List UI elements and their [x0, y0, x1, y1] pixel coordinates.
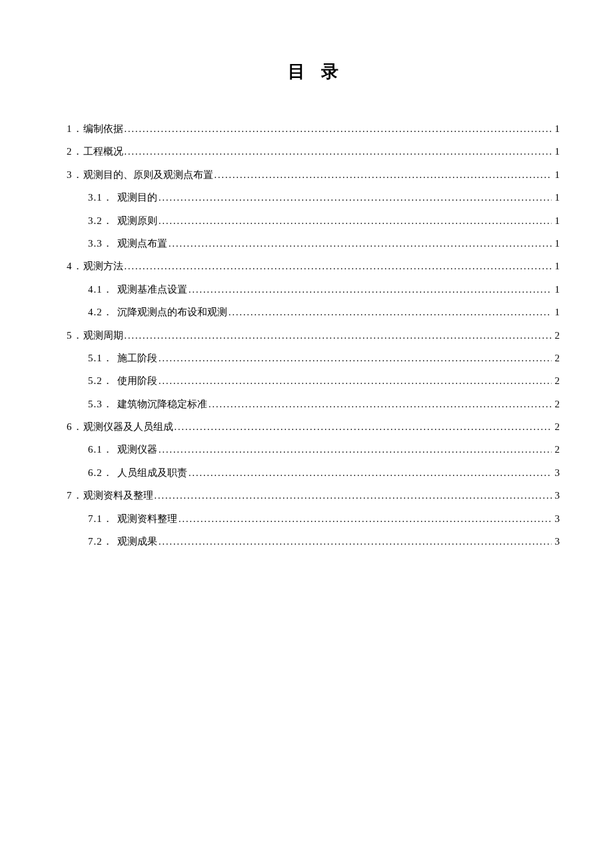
- toc-label: 施工阶段: [117, 350, 157, 366]
- toc-label: 沉降观测点的布设和观测: [117, 304, 227, 320]
- toc-row: 5.3． 建筑物沉降稳定标准 2: [67, 396, 560, 412]
- toc-page: 1: [553, 213, 560, 229]
- toc-page: 2: [553, 441, 560, 457]
- toc-label: 观测目的: [117, 189, 157, 205]
- toc-dots: [189, 465, 552, 481]
- toc-label: 建筑物沉降稳定标准: [117, 396, 207, 412]
- toc-row: 7． 观测资料及整理 3: [67, 487, 560, 503]
- toc-dots: [175, 419, 552, 435]
- toc-dots: [125, 258, 552, 274]
- toc-dots: [125, 327, 552, 343]
- toc-row: 5.1． 施工阶段 2: [67, 350, 560, 366]
- toc-row: 3.1． 观测目的 1: [67, 189, 560, 205]
- toc-page: 2: [553, 373, 560, 389]
- toc-dots: [229, 304, 552, 320]
- toc-number: 5.2．: [88, 373, 117, 389]
- toc-page: 3: [553, 511, 560, 527]
- toc-page: 3: [553, 487, 560, 503]
- toc-page: 1: [553, 121, 560, 137]
- toc-page: 1: [553, 167, 560, 183]
- toc-label: 观测基准点设置: [117, 281, 187, 297]
- toc-label: 观测仪器及人员组成: [83, 419, 173, 435]
- toc-number: 4.1．: [88, 281, 117, 297]
- toc-dots: [159, 441, 552, 457]
- toc-dots: [209, 396, 552, 412]
- toc-page: 3: [553, 533, 560, 549]
- toc-dots: [159, 533, 552, 549]
- toc-dots: [125, 121, 552, 137]
- toc-number: 3．: [67, 167, 83, 183]
- toc-number: 5.3．: [88, 396, 117, 412]
- toc-row: 4． 观测方法 1: [67, 258, 560, 274]
- toc-label: 观测点布置: [117, 235, 167, 251]
- toc-dots: [159, 189, 552, 205]
- toc-label: 观测周期: [83, 327, 123, 343]
- toc-label: 观测原则: [117, 213, 157, 229]
- page-title: 目录: [67, 60, 560, 83]
- toc-page: 1: [553, 304, 560, 320]
- toc-number: 1．: [67, 121, 83, 137]
- toc-label: 人员组成及职责: [117, 465, 187, 481]
- toc-page: 1: [553, 143, 560, 159]
- toc-dots: [189, 281, 552, 297]
- toc-dots: [159, 213, 552, 229]
- toc-number: 6．: [67, 419, 83, 435]
- toc-row: 3.3． 观测点布置 1: [67, 235, 560, 251]
- toc-label: 观测仪器: [117, 441, 157, 457]
- toc-number: 3.1．: [88, 189, 117, 205]
- toc-dots: [159, 373, 552, 389]
- toc-label: 观测目的、原则及观测点布置: [83, 167, 213, 183]
- toc-number: 2．: [67, 143, 83, 159]
- toc-page: 3: [553, 465, 560, 481]
- toc-row: 2． 工程概况 1: [67, 143, 560, 159]
- toc-number: 7．: [67, 487, 83, 503]
- toc-number: 6.1．: [88, 441, 117, 457]
- table-of-contents: 1． 编制依据 1 2． 工程概况 1 3． 观测目的、原则及观测点布置 1 3…: [67, 121, 560, 549]
- toc-number: 5．: [67, 327, 83, 343]
- toc-row: 7.2． 观测成果 3: [67, 533, 560, 549]
- toc-dots: [155, 487, 552, 503]
- toc-label: 使用阶段: [117, 373, 157, 389]
- toc-page: 1: [553, 235, 560, 251]
- toc-dots: [179, 511, 552, 527]
- toc-dots: [159, 350, 552, 366]
- toc-page: 2: [553, 396, 560, 412]
- toc-dots: [125, 143, 552, 159]
- toc-page: 1: [553, 281, 560, 297]
- toc-label: 观测资料整理: [117, 511, 177, 527]
- toc-number: 7.2．: [88, 533, 117, 549]
- toc-number: 3.2．: [88, 213, 117, 229]
- toc-label: 编制依据: [83, 121, 123, 137]
- toc-dots: [169, 235, 552, 251]
- toc-row: 5． 观测周期 2: [67, 327, 560, 343]
- toc-row: 6.1． 观测仪器 2: [67, 441, 560, 457]
- toc-number: 4.2．: [88, 304, 117, 320]
- toc-row: 3.2． 观测原则 1: [67, 213, 560, 229]
- toc-number: 7.1．: [88, 511, 117, 527]
- toc-dots: [215, 167, 552, 183]
- toc-row: 5.2． 使用阶段 2: [67, 373, 560, 389]
- toc-number: 3.3．: [88, 235, 117, 251]
- toc-label: 观测成果: [117, 533, 157, 549]
- toc-row: 1． 编制依据 1: [67, 121, 560, 137]
- toc-label: 观测方法: [83, 258, 123, 274]
- toc-label: 工程概况: [83, 143, 123, 159]
- toc-number: 4．: [67, 258, 83, 274]
- toc-row: 6． 观测仪器及人员组成 2: [67, 419, 560, 435]
- toc-label: 观测资料及整理: [83, 487, 153, 503]
- toc-row: 4.1． 观测基准点设置 1: [67, 281, 560, 297]
- toc-page: 2: [553, 327, 560, 343]
- toc-number: 5.1．: [88, 350, 117, 366]
- toc-number: 6.2．: [88, 465, 117, 481]
- toc-page: 2: [553, 350, 560, 366]
- toc-row: 4.2． 沉降观测点的布设和观测 1: [67, 304, 560, 320]
- toc-row: 7.1． 观测资料整理 3: [67, 511, 560, 527]
- toc-page: 1: [553, 189, 560, 205]
- toc-page: 1: [553, 258, 560, 274]
- toc-row: 3． 观测目的、原则及观测点布置 1: [67, 167, 560, 183]
- toc-page: 2: [553, 419, 560, 435]
- toc-row: 6.2． 人员组成及职责 3: [67, 465, 560, 481]
